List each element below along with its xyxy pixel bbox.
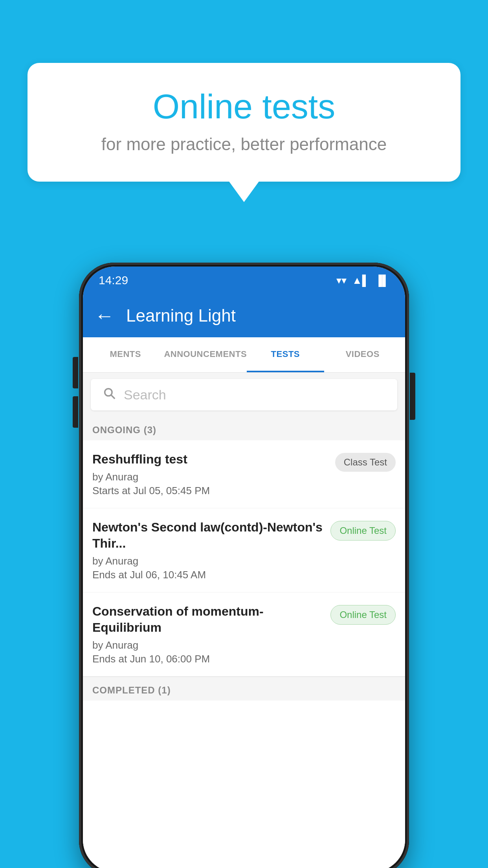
- test-author: by Anurag: [92, 639, 323, 651]
- vol-up-button: [73, 357, 78, 388]
- speech-bubble: Online tests for more practice, better p…: [28, 63, 460, 182]
- test-time: Ends at Jun 10, 06:00 PM: [92, 653, 323, 665]
- status-bar: 14:29 ▾▾ ▲▌ ▐▌: [83, 267, 405, 294]
- ongoing-section-header: ONGOING (3): [83, 417, 405, 440]
- status-time: 14:29: [99, 274, 128, 287]
- tab-videos[interactable]: VIDEOS: [324, 337, 401, 372]
- test-title: Reshuffling test: [92, 451, 327, 468]
- test-item[interactable]: Newton's Second law(contd)-Newton's Thir…: [83, 508, 405, 592]
- test-item[interactable]: Reshuffling test by Anurag Starts at Jul…: [83, 440, 405, 508]
- tab-bar: MENTS ANNOUNCEMENTS TESTS VIDEOS: [83, 337, 405, 373]
- test-time: Ends at Jul 06, 10:45 AM: [92, 569, 323, 581]
- app-bar: ← Learning Light: [83, 294, 405, 337]
- test-item[interactable]: Conservation of momentum-Equilibrium by …: [83, 592, 405, 677]
- app-title: Learning Light: [126, 306, 236, 326]
- test-time: Starts at Jul 05, 05:45 PM: [92, 485, 327, 497]
- search-placeholder: Search: [124, 387, 166, 403]
- tab-tests[interactable]: TESTS: [247, 337, 324, 372]
- test-info: Reshuffling test by Anurag Starts at Jul…: [92, 451, 327, 497]
- completed-section-header: COMPLETED (1): [83, 677, 405, 701]
- speech-bubble-subtitle: for more practice, better performance: [59, 134, 429, 154]
- signal-icon: ▲▌: [352, 274, 369, 287]
- test-badge-online: Online Test: [330, 521, 396, 541]
- test-author: by Anurag: [92, 555, 323, 567]
- search-icon: [103, 386, 116, 403]
- test-title: Conservation of momentum-Equilibrium: [92, 603, 323, 636]
- search-container: Search: [83, 373, 405, 417]
- test-info: Newton's Second law(contd)-Newton's Thir…: [92, 519, 323, 581]
- test-badge-online-2: Online Test: [330, 605, 396, 625]
- svg-point-0: [105, 388, 112, 395]
- tab-ments[interactable]: MENTS: [87, 337, 164, 372]
- wifi-icon: ▾▾: [336, 274, 347, 287]
- ongoing-label: ONGOING (3): [92, 425, 156, 435]
- speech-bubble-title: Online tests: [59, 86, 429, 127]
- completed-label: COMPLETED (1): [92, 685, 171, 695]
- test-info: Conservation of momentum-Equilibrium by …: [92, 603, 323, 665]
- screen-content: Search ONGOING (3) Reshuffling test by A…: [83, 373, 405, 868]
- vol-down-button: [73, 396, 78, 428]
- status-icons: ▾▾ ▲▌ ▐▌: [336, 274, 389, 287]
- test-author: by Anurag: [92, 471, 327, 483]
- battery-icon: ▐▌: [375, 274, 389, 287]
- svg-line-1: [111, 395, 115, 398]
- tab-announcements[interactable]: ANNOUNCEMENTS: [164, 337, 247, 372]
- power-button: [410, 373, 415, 420]
- test-badge-class: Class Test: [335, 453, 396, 472]
- phone-wrapper: 14:29 ▾▾ ▲▌ ▐▌ ← Learning Light MENTS AN…: [79, 263, 409, 868]
- test-list: Reshuffling test by Anurag Starts at Jul…: [83, 440, 405, 868]
- phone-screen: 14:29 ▾▾ ▲▌ ▐▌ ← Learning Light MENTS AN…: [83, 267, 405, 868]
- back-button[interactable]: ←: [95, 304, 114, 327]
- search-bar[interactable]: Search: [91, 379, 397, 410]
- test-title: Newton's Second law(contd)-Newton's Thir…: [92, 519, 323, 552]
